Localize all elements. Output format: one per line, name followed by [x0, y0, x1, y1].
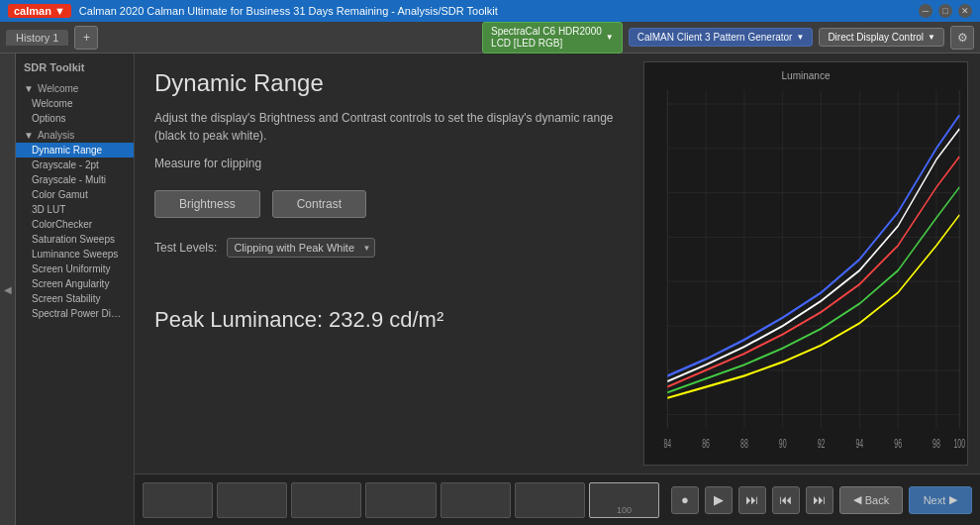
- add-history-button[interactable]: +: [74, 26, 98, 50]
- chevron-left-icon: ◀: [853, 493, 861, 506]
- sidebar-section-welcome[interactable]: ▼ Welcome: [16, 79, 134, 96]
- rewind-button[interactable]: ⏮: [772, 486, 800, 514]
- back-label: Back: [865, 494, 889, 506]
- swatch-label: 100: [617, 505, 632, 515]
- next-label: Next: [924, 494, 946, 506]
- svg-text:86: 86: [702, 437, 710, 451]
- minimize-button[interactable]: ─: [919, 4, 932, 18]
- device-display-label: Direct Display Control: [828, 32, 924, 43]
- chevron-down-icon: ▼: [24, 83, 34, 94]
- settings-icon[interactable]: ⚙: [950, 26, 974, 50]
- test-levels-select[interactable]: Clipping with Peak White: [227, 238, 375, 258]
- test-levels-select-wrapper[interactable]: Clipping with Peak White: [227, 238, 375, 258]
- sidebar: SDR Toolkit ▼ Welcome Welcome Options ▼ …: [16, 53, 135, 525]
- nav-controls: ● ▶ ⏭ ⏮ ⏭ ◀ Back Next ▶: [671, 486, 972, 514]
- luminance-chart: 84 86 88 90 92 94 96 98 100: [644, 62, 967, 465]
- content-main: Dynamic Range Adjust the display's Brigh…: [135, 53, 980, 473]
- svg-text:90: 90: [779, 437, 787, 451]
- peak-luminance-value: Peak Luminance: 232.9 cd/m²: [154, 307, 620, 333]
- device-calman-label: CalMAN Client 3 Pattern Generator: [637, 32, 793, 43]
- left-panel: Dynamic Range Adjust the display's Brigh…: [135, 53, 639, 473]
- sidebar-item-color-gamut[interactable]: Color Gamut: [16, 187, 134, 202]
- main-layout: ◀ SDR Toolkit ▼ Welcome Welcome Options …: [0, 53, 980, 525]
- toolbar: History 1 + SpectraCal C6 HDR2000LCD [LE…: [0, 22, 980, 53]
- maximize-button[interactable]: □: [938, 4, 952, 18]
- sidebar-title: SDR Toolkit: [16, 57, 134, 79]
- strip-swatch-3[interactable]: [291, 482, 361, 518]
- sidebar-item-screen-uniformity[interactable]: Screen Uniformity: [16, 262, 134, 276]
- sidebar-collapse-button[interactable]: ◀: [0, 53, 16, 525]
- history-tab[interactable]: History 1: [6, 30, 68, 46]
- svg-text:96: 96: [894, 437, 902, 451]
- close-button[interactable]: ✕: [958, 4, 972, 18]
- content-area: Dynamic Range Adjust the display's Brigh…: [135, 53, 980, 525]
- sidebar-item-3d-lut[interactable]: 3D LUT: [16, 202, 134, 217]
- chevron-down-icon: ▼: [606, 33, 614, 42]
- measure-text: Measure for clipping: [154, 157, 620, 170]
- chevron-down-icon: ▼: [928, 33, 935, 42]
- chart-container: Luminance: [643, 61, 968, 466]
- sidebar-item-screen-stability[interactable]: Screen Stability: [16, 291, 134, 306]
- strip-swatch-7[interactable]: 100: [589, 482, 659, 518]
- test-levels-label: Test Levels:: [154, 241, 217, 255]
- app-logo: calman ▼: [8, 4, 71, 18]
- sidebar-item-options[interactable]: Options: [16, 111, 134, 126]
- svg-text:84: 84: [663, 437, 671, 451]
- strip-swatch-2[interactable]: [217, 482, 287, 518]
- sidebar-item-welcome[interactable]: Welcome: [16, 96, 134, 111]
- test-levels-row: Test Levels: Clipping with Peak White: [154, 238, 620, 258]
- sidebar-item-dynamic-range[interactable]: Dynamic Range: [16, 143, 134, 158]
- record-button[interactable]: ●: [671, 486, 699, 514]
- skip-button[interactable]: ⏭: [738, 486, 766, 514]
- brightness-button[interactable]: Brightness: [154, 190, 260, 218]
- action-buttons: Brightness Contrast: [154, 190, 620, 218]
- strip-swatch-5[interactable]: [441, 482, 511, 518]
- next-button[interactable]: Next ▶: [909, 486, 972, 514]
- sidebar-item-grayscale-multi[interactable]: Grayscale - Multi: [16, 172, 134, 187]
- right-panel: Luminance: [639, 53, 980, 473]
- svg-text:98: 98: [932, 437, 940, 451]
- sidebar-item-saturation-sweeps[interactable]: Saturation Sweeps: [16, 232, 134, 247]
- sidebar-item-spectral-power[interactable]: Spectral Power Dist...: [16, 306, 134, 321]
- device-display-button[interactable]: Direct Display Control ▼: [819, 28, 944, 47]
- sidebar-item-screen-angularity[interactable]: Screen Angularity: [16, 276, 134, 291]
- bottom-strip: 100 ● ▶ ⏭ ⏮ ⏭ ◀ Back Next ▶: [135, 473, 980, 525]
- sidebar-item-grayscale-2pt[interactable]: Grayscale - 2pt: [16, 158, 134, 172]
- titlebar: calman ▼ Calman 2020 Calman Ultimate for…: [0, 0, 980, 22]
- forward-button[interactable]: ⏭: [806, 486, 833, 514]
- window-title: Calman 2020 Calman Ultimate for Business…: [79, 5, 919, 17]
- svg-text:100: 100: [953, 437, 965, 451]
- sidebar-section-analysis[interactable]: ▼ Analysis: [16, 126, 134, 143]
- strip-swatch-6[interactable]: [515, 482, 585, 518]
- chevron-right-icon: ▶: [949, 493, 957, 506]
- device-spectra-button[interactable]: SpectraCal C6 HDR2000LCD [LED RGB] ▼: [482, 22, 623, 53]
- chevron-down-icon: ▼: [796, 33, 804, 42]
- svg-text:94: 94: [855, 437, 863, 451]
- chart-title: Luminance: [644, 66, 967, 83]
- strip-swatch-4[interactable]: [365, 482, 436, 518]
- window-controls: ─ □ ✕: [919, 4, 972, 18]
- play-button[interactable]: ▶: [705, 486, 733, 514]
- back-button[interactable]: ◀ Back: [839, 486, 903, 514]
- svg-text:88: 88: [740, 437, 748, 451]
- sidebar-item-colorchecker[interactable]: ColorChecker: [16, 217, 134, 232]
- chevron-down-icon: ▼: [24, 130, 34, 141]
- description-text: Adjust the display's Brightness and Cont…: [154, 109, 620, 145]
- device-spectra-label: SpectraCal C6 HDR2000LCD [LED RGB]: [491, 26, 602, 50]
- sidebar-item-luminance-sweeps[interactable]: Luminance Sweeps: [16, 247, 134, 262]
- strip-swatch-1[interactable]: [143, 482, 213, 518]
- contrast-button[interactable]: Contrast: [272, 190, 366, 218]
- device-calman-button[interactable]: CalMAN Client 3 Pattern Generator ▼: [629, 28, 814, 47]
- page-title: Dynamic Range: [154, 69, 620, 97]
- svg-text:92: 92: [818, 437, 826, 451]
